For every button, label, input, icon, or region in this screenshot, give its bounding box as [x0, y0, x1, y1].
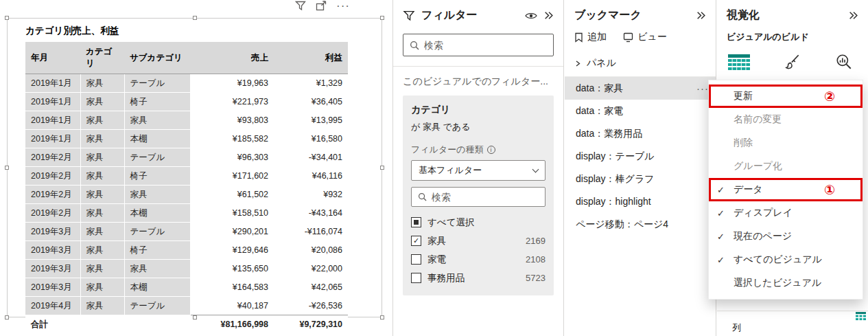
- cell-sales[interactable]: ¥221,973: [190, 93, 274, 111]
- selection-handle-sw[interactable]: [5, 315, 9, 320]
- selection-handle-n[interactable]: [193, 16, 197, 20]
- bookmark-item[interactable]: data：業務用品 ···: [565, 122, 716, 145]
- selection-handle-s[interactable]: [193, 315, 197, 320]
- context-menu-item[interactable]: 選択したビジュアル: [709, 271, 863, 295]
- cell-subcategory[interactable]: テーブル: [124, 297, 190, 315]
- cell-subcategory[interactable]: テーブル: [124, 223, 190, 241]
- cell-sales[interactable]: ¥158,510: [190, 204, 274, 223]
- collapse-pane-icon[interactable]: [848, 10, 858, 21]
- table-row[interactable]: 2019年2月 家具 椅子 ¥171,602 ¥46,116: [25, 167, 348, 186]
- cell-subcategory[interactable]: テーブル: [124, 74, 190, 93]
- cell-sales[interactable]: ¥93,803: [190, 111, 274, 130]
- cell-category[interactable]: 家具: [80, 167, 124, 186]
- eye-icon[interactable]: [525, 12, 537, 20]
- cell-category[interactable]: 家具: [80, 297, 124, 315]
- cell-sales[interactable]: ¥19,963: [190, 74, 274, 93]
- table-row[interactable]: 2019年3月 家具 テーブル ¥290,201 -¥116,074: [25, 223, 348, 241]
- filter-card[interactable]: カテゴリ が 家具 である フィルターの種類 基本フィルター すべて選択: [403, 96, 554, 295]
- cell-yearmonth[interactable]: 2019年1月: [25, 93, 80, 111]
- cell-category[interactable]: 家具: [80, 111, 124, 130]
- filter-values-search-input[interactable]: [432, 192, 556, 203]
- add-bookmark-button[interactable]: 追加: [574, 31, 607, 43]
- focus-mode-icon[interactable]: [316, 1, 327, 11]
- cell-profit[interactable]: ¥22,000: [274, 260, 348, 278]
- context-menu-item[interactable]: すべてのビジュアル: [709, 248, 863, 271]
- cell-sales[interactable]: ¥96,303: [190, 148, 274, 167]
- table-row[interactable]: 2019年3月 家具 本棚 ¥164,583 ¥42,065: [25, 278, 348, 297]
- checkbox-icon[interactable]: [411, 273, 421, 283]
- table-row[interactable]: 2019年4月 家具 テーブル ¥40,187 -¥26,536: [25, 297, 348, 315]
- selection-handle-e[interactable]: [380, 166, 384, 170]
- cell-category[interactable]: 家具: [80, 93, 124, 111]
- context-menu-item[interactable]: 名前の変更: [709, 108, 863, 131]
- cell-profit[interactable]: ¥20,086: [274, 241, 348, 260]
- cell-subcategory[interactable]: 本棚: [124, 278, 190, 297]
- cell-profit[interactable]: -¥116,074: [274, 223, 348, 241]
- cell-yearmonth[interactable]: 2019年3月: [25, 241, 80, 260]
- filter-type-dropdown[interactable]: 基本フィルター: [411, 160, 546, 181]
- cell-subcategory[interactable]: 椅子: [124, 241, 190, 260]
- cell-subcategory[interactable]: 本棚: [124, 130, 190, 148]
- cell-category[interactable]: 家具: [80, 223, 124, 241]
- cell-category[interactable]: 家具: [80, 186, 124, 204]
- selection-handle-se[interactable]: [380, 315, 384, 320]
- cell-sales[interactable]: ¥185,582: [190, 130, 274, 148]
- cell-profit[interactable]: -¥26,536: [274, 297, 348, 315]
- cell-category[interactable]: 家具: [80, 74, 124, 93]
- cell-profit[interactable]: ¥13,995: [274, 111, 348, 130]
- bookmark-group-panel[interactable]: パネル: [565, 52, 716, 77]
- cell-profit[interactable]: ¥42,065: [274, 278, 348, 297]
- table-row[interactable]: 2019年3月 家具 椅子 ¥129,646 ¥20,086: [25, 241, 348, 260]
- context-menu-item[interactable]: グループ化: [709, 155, 863, 178]
- cell-sales[interactable]: ¥40,187: [190, 297, 274, 315]
- collapse-pane-icon[interactable]: [543, 10, 554, 21]
- bookmark-more-icon[interactable]: ···: [696, 82, 709, 94]
- table-row[interactable]: 2019年3月 家具 家具 ¥135,650 ¥22,000: [25, 260, 348, 278]
- cell-subcategory[interactable]: 家具: [124, 260, 190, 278]
- cell-sales[interactable]: ¥135,650: [190, 260, 274, 278]
- cell-sales[interactable]: ¥290,201: [190, 223, 274, 241]
- bookmark-item[interactable]: display：highlight ···: [565, 190, 716, 213]
- filter-option-row[interactable]: 事務用品 5723: [411, 269, 546, 287]
- bookmark-item[interactable]: display：テーブル ···: [565, 145, 716, 168]
- table-visual-icon[interactable]: [728, 54, 750, 70]
- bookmark-item[interactable]: display：棒グラフ ···: [565, 168, 716, 190]
- context-menu-item[interactable]: ディスプレイ: [709, 201, 863, 225]
- table-visual[interactable]: カテゴリ別売上、利益 年月カテゴリサブカテゴリ売上利益 2019年1月 家具 テ…: [7, 18, 382, 317]
- column-header[interactable]: 年月: [25, 42, 80, 74]
- table-row[interactable]: 2019年1月 家具 家具 ¥93,803 ¥13,995: [25, 111, 348, 130]
- cell-sales[interactable]: ¥171,602: [190, 167, 274, 186]
- context-menu-item[interactable]: 削除: [709, 131, 863, 155]
- cell-yearmonth[interactable]: 2019年4月: [25, 297, 80, 315]
- cell-yearmonth[interactable]: 2019年1月: [25, 74, 80, 93]
- table-row[interactable]: 2019年1月 家具 椅子 ¥221,973 ¥36,405: [25, 93, 348, 111]
- selection-handle-w[interactable]: [5, 166, 9, 170]
- cell-subcategory[interactable]: 家具: [124, 111, 190, 130]
- column-header[interactable]: 利益: [274, 42, 348, 74]
- cell-profit[interactable]: ¥36,405: [274, 93, 348, 111]
- cell-yearmonth[interactable]: 2019年2月: [25, 186, 80, 204]
- cell-subcategory[interactable]: 家具: [124, 186, 190, 204]
- cell-yearmonth[interactable]: 2019年1月: [25, 130, 80, 148]
- cell-category[interactable]: 家具: [80, 148, 124, 167]
- bookmark-item[interactable]: data：家電 ···: [565, 100, 716, 122]
- cell-profit[interactable]: ¥16,580: [274, 130, 348, 148]
- cell-yearmonth[interactable]: 2019年2月: [25, 167, 80, 186]
- cell-category[interactable]: 家具: [80, 204, 124, 223]
- cell-yearmonth[interactable]: 2019年3月: [25, 260, 80, 278]
- cell-subcategory[interactable]: テーブル: [124, 148, 190, 167]
- info-icon[interactable]: [487, 146, 495, 154]
- cell-subcategory[interactable]: 椅子: [124, 93, 190, 111]
- cell-yearmonth[interactable]: 2019年2月: [25, 148, 80, 167]
- context-menu-item[interactable]: データ ①: [709, 178, 863, 201]
- cell-profit[interactable]: ¥46,116: [274, 167, 348, 186]
- cell-sales[interactable]: ¥129,646: [190, 241, 274, 260]
- filter-option-row[interactable]: 家電 2108: [411, 250, 546, 269]
- analytics-magnifier-icon[interactable]: [835, 53, 853, 71]
- table-row[interactable]: 2019年1月 家具 テーブル ¥19,963 ¥1,329: [25, 74, 348, 93]
- cell-category[interactable]: 家具: [80, 260, 124, 278]
- checkbox-icon[interactable]: [411, 254, 421, 265]
- cell-subcategory[interactable]: 椅子: [124, 167, 190, 186]
- cell-yearmonth[interactable]: 2019年2月: [25, 204, 80, 223]
- checkbox-icon[interactable]: [411, 236, 421, 246]
